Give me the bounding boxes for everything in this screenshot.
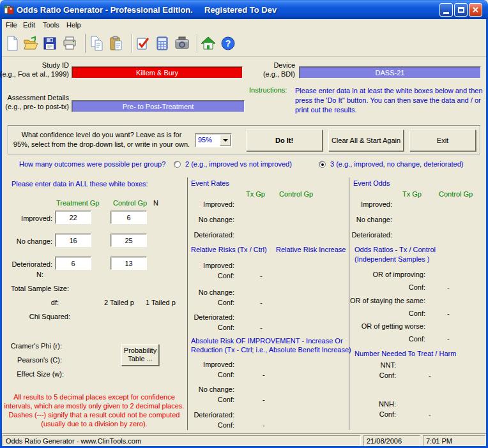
- status-bar: Odds Ratio Generator - www.ClinTools.com…: [2, 433, 486, 446]
- odds-control-gp-header: Control Gp: [439, 190, 473, 198]
- row-deteriorated-label: Deteriorated:: [11, 260, 52, 269]
- toolbar-separator: [197, 34, 198, 53]
- or-improving-label: OR of improving:: [372, 271, 425, 279]
- clear-all-button[interactable]: Clear All & Start Again: [328, 130, 404, 151]
- nnh-label: NNH:: [379, 400, 396, 408]
- rr-improved-label: Improved:: [203, 262, 234, 270]
- absolute-risk-title-line1: Absolute Risk OF IMPROVEMENT - Increase …: [191, 337, 343, 345]
- chevron-down-icon: [223, 139, 228, 142]
- input-deteriorated-tx[interactable]: [55, 257, 91, 270]
- minimize-icon: [443, 12, 449, 14]
- rates-improved-label: Improved:: [203, 200, 234, 209]
- maximize-button[interactable]: [454, 3, 468, 17]
- copy-icon[interactable]: [89, 34, 105, 52]
- close-button[interactable]: ✕: [469, 3, 482, 17]
- column-separator: [349, 177, 349, 430]
- input-improved-tx[interactable]: [55, 211, 91, 224]
- assessment-sublabel: (e.g., pre- to post-tx): [5, 103, 69, 111]
- app-icon: [4, 4, 14, 17]
- df-label: df:: [51, 299, 59, 307]
- ar-improved-label: Improved:: [203, 361, 234, 369]
- status-date: 21/08/2006: [363, 435, 420, 446]
- registered-label: Registered To Dev: [204, 5, 277, 15]
- menu-file[interactable]: File: [6, 21, 17, 29]
- radio-two-outcomes[interactable]: [174, 161, 181, 168]
- rates-nochange-label: No change:: [199, 216, 234, 224]
- or-staying-conf-label: Conf:: [409, 310, 425, 318]
- menu-edit[interactable]: Edit: [23, 21, 35, 29]
- results-note-line3: Dashes (---) signify that a result could…: [3, 411, 186, 419]
- rr-deteriorated-label: Deteriorated:: [194, 313, 234, 322]
- assessment-field[interactable]: Pre- to Post-Treatment: [72, 100, 245, 112]
- ar-improved-conf-label: Conf:: [218, 371, 234, 379]
- device-field[interactable]: DASS-21: [299, 66, 481, 78]
- confidence-dropdown[interactable]: 95%: [195, 133, 232, 147]
- odds-improved-label: Improved:: [361, 200, 392, 209]
- study-id-sublabel: (e.g., Foa et al., 1999): [0, 70, 69, 78]
- radio-three-outcomes[interactable]: [319, 161, 326, 168]
- window-border-left: [0, 19, 2, 448]
- save-icon[interactable]: [42, 34, 58, 52]
- svg-text:?: ?: [225, 38, 231, 49]
- cramers-phi-label: Cramer's Phi (r):: [11, 342, 62, 350]
- or-improving-conf-value: -: [447, 283, 450, 292]
- odds-nochange-label: No change:: [356, 216, 392, 224]
- open-file-icon[interactable]: [22, 34, 39, 52]
- nnt-label: NNT:: [381, 361, 396, 370]
- radio-three-outcomes-label[interactable]: 3 (e.g., improved, no change, deteriorat…: [330, 160, 464, 168]
- new-file-icon[interactable]: [4, 34, 20, 52]
- ar-deteriorated-conf-label: Conf:: [218, 421, 234, 429]
- rr-deteriorated-conf-value: -: [260, 324, 263, 332]
- instructions-text: Please enter data in at least the white …: [295, 86, 484, 115]
- rr-improved-conf-value: -: [260, 272, 263, 280]
- study-id-label: Study ID: [42, 61, 69, 70]
- total-sample-label: Total Sample Size:: [11, 285, 69, 293]
- exit-button[interactable]: Exit: [409, 130, 476, 151]
- nnh-conf-label: Conf:: [379, 410, 396, 419]
- toolbar: ?: [2, 31, 486, 57]
- window-title: Odds Ratio Generator - Professional Edit…: [17, 5, 193, 15]
- study-id-field[interactable]: Killem & Bury: [72, 66, 243, 78]
- assessment-value: Pre- to Post-Treatment: [123, 103, 194, 110]
- relative-risk-increase-title: Relative Risk Increase: [276, 246, 346, 254]
- help-icon[interactable]: ?: [220, 34, 236, 52]
- results-note-line1: All results to 5 decimal places except f…: [3, 393, 186, 401]
- input-nochange-tx[interactable]: [55, 234, 91, 247]
- close-icon: ✕: [472, 5, 479, 15]
- rr-deteriorated-conf-label: Conf:: [218, 324, 234, 332]
- status-time: 7:01 PM: [423, 435, 485, 446]
- ar-deteriorated-conf-value: -: [263, 421, 265, 429]
- calculator-icon[interactable]: [154, 34, 171, 52]
- or-worse-conf-label: Conf:: [409, 335, 425, 343]
- column-separator: [187, 177, 188, 430]
- input-nochange-ctrl[interactable]: [111, 234, 147, 247]
- odds-deteriorated-label: Deteriorated:: [351, 231, 392, 239]
- menu-help[interactable]: Help: [66, 21, 81, 29]
- print-icon[interactable]: [61, 34, 78, 52]
- rates-control-gp-header: Control Gp: [279, 190, 313, 198]
- nnt-section-title: Number Needed To Treat / Harm: [355, 350, 456, 358]
- probability-table-button[interactable]: Probability Table ...: [121, 344, 159, 366]
- input-deteriorated-ctrl[interactable]: [111, 257, 147, 270]
- dropdown-button[interactable]: [220, 135, 231, 146]
- status-text: Odds Ratio Generator - www.ClinTools.com: [3, 435, 361, 446]
- rr-nochange-conf-value: -: [260, 299, 263, 307]
- validate-icon[interactable]: [135, 34, 151, 52]
- do-it-button[interactable]: Do It!: [246, 130, 323, 151]
- odds-ratios-title-line1: Odds Ratios - Tx / Control: [355, 246, 436, 254]
- camera-icon[interactable]: [174, 34, 190, 52]
- odds-ratios-title-line2: (Independent Samples ): [355, 255, 429, 264]
- or-worse-conf-value: -: [447, 335, 450, 343]
- radio-two-outcomes-label[interactable]: 2 (e.g., improved vs not improved): [185, 160, 292, 168]
- row-improved-label: Improved:: [21, 214, 52, 223]
- input-improved-ctrl[interactable]: [111, 211, 147, 224]
- pearsons-label: Pearson's (C):: [17, 356, 62, 364]
- confidence-prompt-line1: What confidence level do you want? Leave…: [10, 131, 193, 139]
- menu-tools[interactable]: Tools: [43, 21, 59, 29]
- paste-icon[interactable]: [108, 34, 125, 52]
- or-improving-conf-label: Conf:: [409, 283, 425, 292]
- home-icon[interactable]: [200, 34, 217, 52]
- minimize-button[interactable]: [439, 3, 453, 17]
- probability-table-button-line2: Table ...: [128, 355, 153, 363]
- nnt-conf-label: Conf:: [379, 371, 396, 380]
